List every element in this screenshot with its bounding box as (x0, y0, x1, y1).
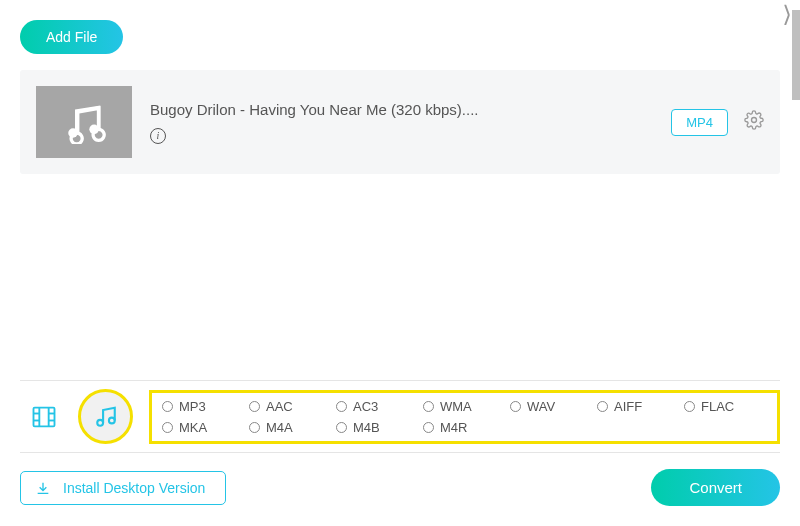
svg-rect-3 (34, 407, 55, 426)
format-option-ac3[interactable]: AC3 (336, 399, 419, 414)
video-tab-icon[interactable] (20, 393, 68, 441)
format-tabs (20, 389, 133, 444)
info-icon[interactable]: i (150, 128, 166, 144)
bottom-area: MP3 AAC AC3 WMA WAV AIFF FLAC MKA M4A M4… (0, 380, 800, 526)
format-bar: MP3 AAC AC3 WMA WAV AIFF FLAC MKA M4A M4… (20, 380, 780, 453)
format-option-mka[interactable]: MKA (162, 420, 245, 435)
action-row: Install Desktop Version Convert (20, 469, 780, 506)
format-option-m4b[interactable]: M4B (336, 420, 419, 435)
convert-button[interactable]: Convert (651, 469, 780, 506)
download-icon (35, 480, 51, 496)
audio-tab-icon[interactable] (78, 389, 133, 444)
music-file-icon (36, 86, 132, 158)
format-option-mp3[interactable]: MP3 (162, 399, 245, 414)
install-desktop-button[interactable]: Install Desktop Version (20, 471, 226, 505)
format-option-wav[interactable]: WAV (510, 399, 593, 414)
format-option-flac[interactable]: FLAC (684, 399, 767, 414)
svg-point-2 (752, 118, 757, 123)
format-option-aiff[interactable]: AIFF (597, 399, 680, 414)
add-file-button[interactable]: Add File (20, 20, 123, 54)
format-option-m4a[interactable]: M4A (249, 420, 332, 435)
file-actions: MP4 (671, 109, 764, 136)
file-title: Bugoy Drilon - Having You Near Me (320 k… (150, 101, 653, 118)
main-content: Add File Bugoy Drilon - Having You Near … (0, 0, 800, 194)
file-card: Bugoy Drilon - Having You Near Me (320 k… (20, 70, 780, 174)
formats-list: MP3 AAC AC3 WMA WAV AIFF FLAC MKA M4A M4… (149, 390, 780, 444)
format-badge[interactable]: MP4 (671, 109, 728, 136)
format-option-wma[interactable]: WMA (423, 399, 506, 414)
format-option-aac[interactable]: AAC (249, 399, 332, 414)
format-option-m4r[interactable]: M4R (423, 420, 506, 435)
file-info: Bugoy Drilon - Having You Near Me (320 k… (150, 101, 653, 144)
gear-icon[interactable] (744, 110, 764, 134)
